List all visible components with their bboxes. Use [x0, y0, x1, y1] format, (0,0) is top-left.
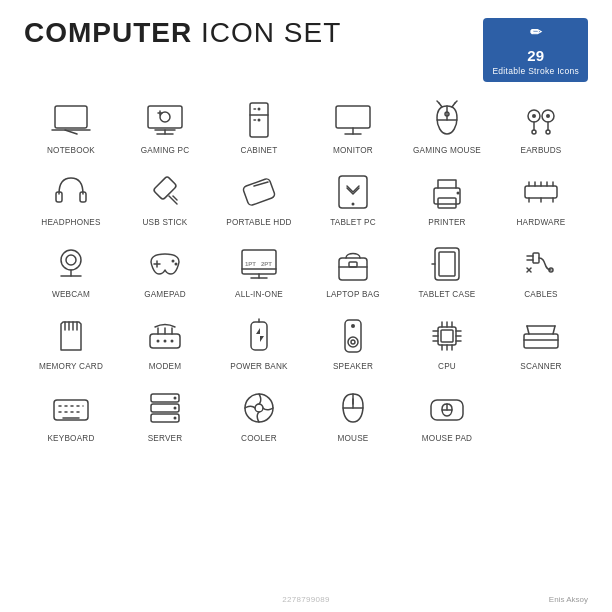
- icon-cell-gamepad: GAMEPAD: [118, 240, 212, 302]
- svg-point-97: [351, 324, 355, 328]
- icon-cell-keyboard: KEYBOARD: [24, 384, 118, 446]
- portable-hdd-icon: [237, 170, 281, 214]
- laptop-bag-label: LAPTOP BAG: [326, 290, 380, 300]
- cpu-icon: [425, 314, 469, 358]
- monitor-icon: [331, 98, 375, 142]
- svg-point-134: [245, 394, 273, 422]
- icon-cell-notebook: NOTEBOOK: [24, 96, 118, 158]
- cooler-label: COOLER: [241, 434, 277, 444]
- server-label: SERVER: [148, 434, 183, 444]
- cooler-icon: [237, 386, 281, 430]
- icon-cell-cooler: COOLER: [212, 384, 306, 446]
- icon-cell-hardware: HARDWARE: [494, 168, 588, 230]
- power-bank-icon: [237, 314, 281, 358]
- printer-icon: [425, 170, 469, 214]
- icon-cell-printer: PRINTER: [400, 168, 494, 230]
- earbuds-label: EARBUDS: [521, 146, 562, 156]
- page: COMPUTER ICON SET ✏ 29 Editable Stroke I…: [0, 0, 612, 612]
- mouse-icon: [331, 386, 375, 430]
- svg-text:2PT: 2PT: [261, 261, 272, 267]
- icon-cell-cpu: CPU: [400, 312, 494, 374]
- svg-line-115: [553, 326, 555, 334]
- icon-cell-portable-hdd: PORTABLE HDD: [212, 168, 306, 230]
- keyboard-label: KEYBOARD: [47, 434, 94, 444]
- laptop-bag-icon: [331, 242, 375, 286]
- svg-point-12: [258, 108, 261, 111]
- tablet-case-icon: [425, 242, 469, 286]
- tablet-case-label: TABLET CASE: [419, 290, 476, 300]
- svg-point-91: [171, 340, 174, 343]
- notebook-label: NOTEBOOK: [47, 146, 95, 156]
- server-icon: [143, 386, 187, 430]
- scanner-icon: [519, 314, 563, 358]
- mouse-pad-label: MOUSE PAD: [422, 434, 472, 444]
- author: Enis Aksoy: [549, 595, 588, 604]
- svg-rect-73: [439, 252, 455, 276]
- usb-stick-label: USB STICK: [142, 218, 187, 228]
- svg-line-25: [455, 101, 457, 103]
- all-in-one-icon: 1PT 2PT: [237, 242, 281, 286]
- svg-point-55: [61, 250, 81, 270]
- svg-point-95: [348, 337, 358, 347]
- icon-cell-power-bank: POWER BANK: [212, 312, 306, 374]
- gamepad-icon: [143, 242, 187, 286]
- icon-cell-monitor: MONITOR: [306, 96, 400, 158]
- svg-point-45: [457, 192, 460, 195]
- icon-cell-tablet-case: TABLET CASE: [400, 240, 494, 302]
- header: COMPUTER ICON SET ✏ 29 Editable Stroke I…: [24, 18, 588, 82]
- svg-line-24: [437, 101, 439, 103]
- icon-cell-mouse: MOUSE: [306, 384, 400, 446]
- icon-cell-cables: CABLES: [494, 240, 588, 302]
- svg-point-133: [174, 416, 177, 419]
- gamepad-label: GAMEPAD: [144, 290, 186, 300]
- all-in-one-label: ALL-IN-ONE: [235, 290, 283, 300]
- icon-cell-memory-card: MEMORY CARD: [24, 312, 118, 374]
- scanner-label: SCANNER: [520, 362, 561, 372]
- modem-label: MODEM: [149, 362, 181, 372]
- icon-cell-server: SERVER: [118, 384, 212, 446]
- svg-rect-77: [533, 253, 539, 263]
- svg-rect-112: [524, 334, 558, 348]
- headphones-icon: [49, 170, 93, 214]
- svg-point-33: [546, 130, 550, 134]
- speaker-icon: [331, 314, 375, 358]
- icon-cell-all-in-one: 1PT 2PT ALL-IN-ONE: [212, 240, 306, 302]
- keyboard-icon: [49, 386, 93, 430]
- svg-point-61: [172, 260, 175, 263]
- icon-cell-usb-stick: USB STICK: [118, 168, 212, 230]
- cpu-label: CPU: [438, 362, 456, 372]
- page-title: COMPUTER ICON SET: [24, 18, 341, 49]
- tablet-pc-label: TABLET PC: [330, 218, 376, 228]
- gaming-pc-label: GAMING PC: [141, 146, 190, 156]
- svg-rect-117: [54, 400, 88, 420]
- icon-cell-modem: MODEM: [118, 312, 212, 374]
- svg-point-31: [546, 114, 550, 118]
- webcam-icon: [49, 242, 93, 286]
- svg-rect-39: [242, 178, 275, 206]
- cables-label: CABLES: [524, 290, 558, 300]
- icon-cell-scanner: SCANNER: [494, 312, 588, 374]
- icon-cell-speaker: SPEAKER: [306, 312, 400, 374]
- gaming-mouse-icon: [425, 98, 469, 142]
- mouse-label: MOUSE: [337, 434, 368, 444]
- notebook-icon: [49, 98, 93, 142]
- svg-point-89: [157, 340, 160, 343]
- icon-cell-webcam: WEBCAM: [24, 240, 118, 302]
- svg-rect-44: [438, 198, 456, 208]
- svg-rect-92: [251, 322, 267, 350]
- headphones-label: HEADPHONES: [41, 218, 100, 228]
- gaming-mouse-label: GAMING MOUSE: [413, 146, 481, 156]
- svg-rect-46: [525, 186, 557, 198]
- earbuds-icon: [519, 98, 563, 142]
- badge-icon: ✏: [530, 23, 542, 43]
- icon-cell-earbuds: EARBUDS: [494, 96, 588, 158]
- svg-point-62: [175, 263, 178, 266]
- speaker-label: SPEAKER: [333, 362, 373, 372]
- printer-label: PRINTER: [428, 218, 465, 228]
- watermark: 2278799089: [0, 595, 612, 604]
- icon-cell-headphones: HEADPHONES: [24, 168, 118, 230]
- cabinet-icon: [237, 98, 281, 142]
- tablet-pc-icon: [331, 170, 375, 214]
- icon-cell-tablet-pc: TABLET PC: [306, 168, 400, 230]
- cabinet-label: CABINET: [241, 146, 278, 156]
